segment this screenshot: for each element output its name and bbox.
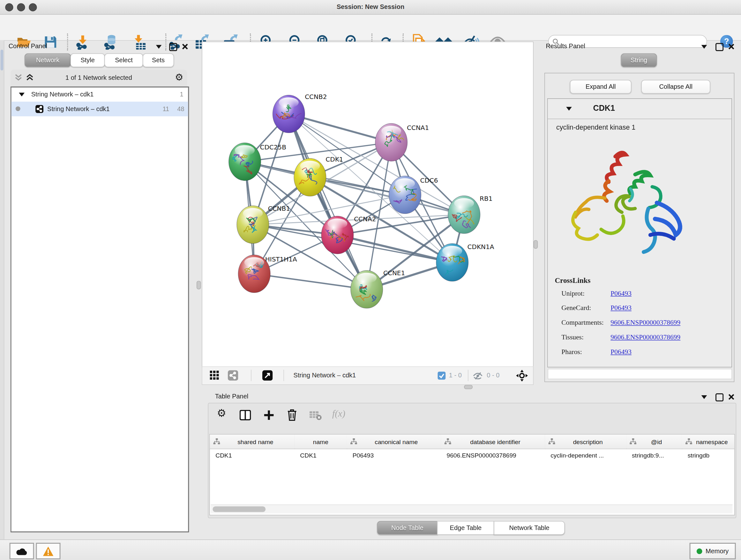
toolbar-separator: [468, 370, 468, 381]
tab-sets[interactable]: Sets: [143, 53, 174, 67]
column-type-icon: [548, 438, 555, 445]
collapse-all-button[interactable]: Collapse All: [642, 80, 711, 94]
table-cell[interactable]: cyclin-dependent ...: [545, 449, 626, 462]
warning-icon: [43, 546, 54, 557]
show-columns-icon[interactable]: [240, 410, 251, 421]
column-header-name[interactable]: name: [294, 435, 347, 449]
crosslink-pharos[interactable]: P06493: [610, 348, 631, 356]
selected-counter: 1 - 0: [449, 372, 462, 379]
network-canvas[interactable]: CCNB2CCNA1CDC25BCDK1CDC6RB1CCNB1CCNA2CDK…: [202, 42, 534, 367]
network-options-gear-icon[interactable]: ⚙: [175, 71, 184, 83]
table-panel-menu-icon[interactable]: [701, 395, 707, 399]
network-edge[interactable]: [337, 235, 452, 262]
horizontal-splitter-handle[interactable]: [464, 385, 473, 389]
table-options-gear-icon[interactable]: ⚙: [217, 407, 226, 420]
collapsed-tab-marker[interactable]: [0, 50, 3, 70]
node-label: HIST1H1A: [265, 255, 297, 263]
import-table-button[interactable]: [131, 35, 148, 50]
toolbar-separator: [251, 370, 251, 381]
network-view-toolbar: String Network – cdk1 1 - 0 0 - 0: [202, 367, 534, 385]
column-header-namespace[interactable]: namespace: [682, 435, 734, 449]
network-node-CCNB1[interactable]: CCNB1: [237, 205, 290, 243]
results-panel-close-icon[interactable]: [728, 43, 735, 50]
tab-string[interactable]: String: [621, 53, 657, 67]
table-panel-float-icon[interactable]: [716, 393, 724, 401]
network-node-CCNA1[interactable]: CCNA1: [375, 124, 429, 161]
network-node-CDKN1A[interactable]: CDKN1A: [436, 243, 494, 281]
left-splitter-handle[interactable]: [197, 281, 201, 290]
network-node-HIST1H1A[interactable]: HIST1H1A: [238, 255, 297, 293]
crosslink-tissues[interactable]: 9606.ENSP00000378699: [610, 333, 680, 341]
network-edge[interactable]: [254, 273, 367, 289]
node-label: CDC6: [420, 177, 438, 184]
network-node-CCNA2[interactable]: CCNA2: [321, 215, 376, 254]
cloud-button[interactable]: [10, 543, 34, 559]
hidden-elements-icon[interactable]: [473, 372, 484, 380]
results-scrollbar[interactable]: [548, 369, 732, 379]
node-label: CCNB2: [305, 93, 327, 101]
table-cell[interactable]: stringdb:9...: [626, 449, 682, 462]
network-node-CDC6[interactable]: CDC6: [389, 176, 438, 213]
protein-description: cyclin-dependent kinase 1: [556, 124, 635, 131]
results-panel-float-icon[interactable]: [716, 43, 724, 51]
warnings-button[interactable]: [36, 543, 61, 559]
column-header-database-identifier[interactable]: database identifier: [441, 435, 545, 449]
results-panel-menu-icon[interactable]: [701, 45, 707, 49]
control-panel-close-icon[interactable]: [182, 43, 189, 50]
network-node-CCNB2[interactable]: CCNB2: [273, 93, 327, 133]
network-tree-item-row[interactable]: String Network – cdk1 11 48: [11, 102, 188, 116]
birdseye-toggle-icon[interactable]: [262, 370, 273, 381]
tab-style[interactable]: Style: [71, 53, 105, 67]
memory-button[interactable]: Memory: [690, 543, 736, 559]
crosslink-genecard[interactable]: P06493: [610, 304, 631, 312]
selected-nodes-checkbox[interactable]: [437, 372, 446, 380]
import-database-button[interactable]: [102, 35, 120, 50]
table-cell[interactable]: 9606.ENSP00000378699: [441, 449, 545, 462]
fit-selected-crosshair-icon[interactable]: [516, 370, 528, 381]
collapse-tree-icon[interactable]: [19, 92, 24, 97]
column-header-canonical-name[interactable]: canonical name: [347, 435, 441, 449]
protein-structure-image: [559, 141, 686, 260]
node-table: shared name name canonical name database…: [209, 434, 735, 515]
right-splitter-handle[interactable]: [534, 240, 538, 249]
expand-all-button[interactable]: Expand All: [570, 80, 631, 94]
node-count: 11: [162, 105, 169, 112]
import-network-icon: [75, 35, 90, 50]
crosslink-label: Tissues:: [561, 333, 584, 341]
table-cell[interactable]: stringdb: [682, 449, 734, 462]
tab-network-table[interactable]: Network Table: [494, 521, 565, 535]
network-tree-root-row[interactable]: String Network – cdk1 1: [11, 87, 188, 102]
table-scrollbar-track[interactable]: [211, 504, 732, 513]
control-panel-menu-icon[interactable]: [156, 45, 162, 49]
tab-select[interactable]: Select: [105, 53, 143, 67]
table-cell[interactable]: CDK1: [210, 449, 294, 462]
collection-count: 1: [180, 91, 183, 98]
tab-node-table[interactable]: Node Table: [377, 521, 438, 535]
network-overview-icon[interactable]: [228, 370, 239, 381]
table-panel-close-icon[interactable]: [728, 393, 735, 400]
network-node-RB1[interactable]: RB1: [448, 195, 493, 233]
tab-edge-table[interactable]: Edge Table: [437, 521, 494, 535]
delete-column-icon[interactable]: [287, 409, 297, 422]
table-cell[interactable]: P06493: [347, 449, 441, 462]
column-header-shared-name[interactable]: shared name: [210, 435, 295, 449]
import-database-icon: [104, 35, 118, 50]
network-edge[interactable]: [289, 114, 367, 289]
memory-status-dot: [697, 548, 702, 554]
column-header-description[interactable]: description: [545, 435, 626, 449]
add-column-icon[interactable]: [263, 409, 275, 421]
crosslink-compartments[interactable]: 9606.ENSP00000378699: [610, 319, 680, 327]
collapse-section-icon[interactable]: [566, 107, 572, 111]
import-network-button[interactable]: [74, 35, 91, 50]
column-header-id[interactable]: @id: [626, 435, 682, 449]
import-table-icon: [132, 35, 146, 50]
tab-network[interactable]: Network: [24, 53, 71, 67]
crosslink-uniprot[interactable]: P06493: [610, 289, 631, 297]
table-scrollbar-thumb[interactable]: [212, 506, 266, 512]
network-node-CCNE1[interactable]: CCNE1: [351, 269, 405, 308]
protein-header-row[interactable]: CDK1: [548, 99, 731, 119]
table-cell[interactable]: CDK1: [294, 449, 347, 462]
grid-view-icon[interactable]: [210, 371, 219, 380]
memory-label: Memory: [705, 548, 729, 555]
control-panel-float-icon[interactable]: [169, 43, 177, 51]
